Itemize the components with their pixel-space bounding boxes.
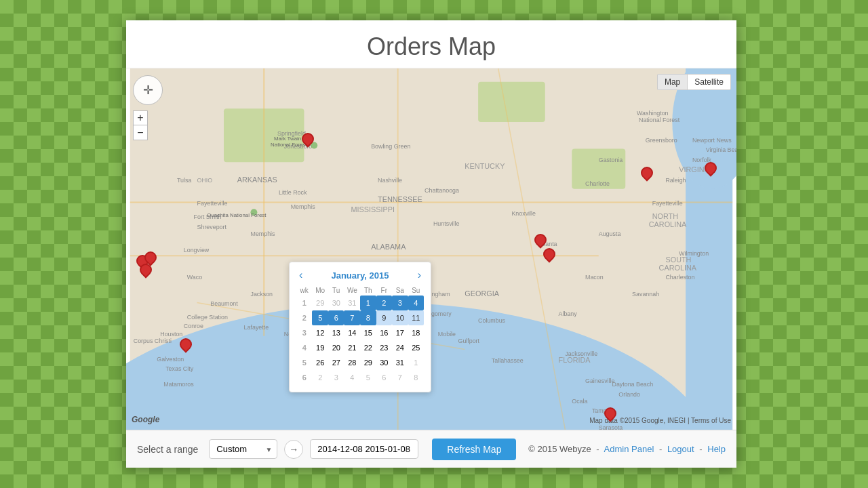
svg-text:Raleigh: Raleigh — [665, 177, 686, 184]
svg-text:Galveston: Galveston — [157, 356, 184, 363]
help-link[interactable]: Help — [707, 444, 726, 454]
map-type-satellite-btn[interactable]: Satellite — [687, 75, 730, 89]
admin-panel-link[interactable]: Admin Panel — [604, 444, 654, 454]
cal-day-6-4: 5 — [360, 370, 376, 385]
svg-text:KENTUCKY: KENTUCKY — [465, 162, 505, 170]
range-select[interactable]: CustomTodayThis WeekThis MonthLast Month — [209, 439, 277, 459]
map-pin-springfield[interactable] — [302, 133, 314, 149]
cal-day-4-2[interactable]: 20 — [328, 340, 344, 355]
cal-day-3-6[interactable]: 17 — [392, 325, 408, 340]
svg-text:MISSISSIPPI: MISSISSIPPI — [351, 205, 395, 214]
zoom-in-btn[interactable]: + — [133, 110, 148, 125]
cal-day-5-6[interactable]: 31 — [392, 355, 408, 370]
calendar-body: 1293031123425678910113121314151617184192… — [296, 296, 424, 385]
calendar-grid: wk Mo Tu We Th Fr Sa Su 1293031123425678… — [296, 285, 424, 385]
cal-day-3-2[interactable]: 13 — [328, 325, 344, 340]
svg-text:SOUTH: SOUTH — [665, 256, 691, 264]
cal-day-5-3[interactable]: 28 — [344, 355, 360, 370]
cal-day-3-5[interactable]: 16 — [376, 325, 392, 340]
map-pin-florida[interactable] — [604, 407, 616, 424]
cal-day-1-7[interactable]: 4 — [408, 296, 425, 310]
svg-text:Memphis: Memphis — [291, 203, 316, 210]
cal-day-2-7[interactable]: 11 — [408, 310, 425, 325]
cal-day-1-5[interactable]: 2 — [376, 296, 392, 310]
map-pin-virginia-beach[interactable] — [705, 162, 717, 178]
svg-text:Gulfport: Gulfport — [458, 338, 479, 344]
zoom-controls: + − — [133, 110, 148, 140]
zoom-out-btn[interactable]: − — [133, 125, 148, 140]
cal-header-wk: wk — [296, 285, 312, 296]
svg-text:Beaumont: Beaumont — [210, 300, 238, 307]
cal-day-4-7[interactable]: 25 — [408, 340, 425, 355]
cal-day-2-3[interactable]: 7 — [344, 310, 360, 325]
google-logo: Google — [132, 415, 159, 424]
range-label: Select a range — [137, 444, 198, 455]
svg-text:Charleston: Charleston — [665, 274, 694, 281]
cal-day-2-1[interactable]: 5 — [312, 310, 328, 325]
svg-text:Washington: Washington — [637, 110, 669, 117]
cal-header-we: We — [344, 285, 360, 296]
cal-day-4-5[interactable]: 23 — [376, 340, 392, 355]
date-range-input[interactable] — [310, 439, 418, 459]
cal-day-2-6[interactable]: 10 — [392, 310, 408, 325]
cal-day-3-3[interactable]: 14 — [344, 325, 360, 340]
svg-text:Ouachita National Forest: Ouachita National Forest — [207, 212, 267, 218]
cal-next-btn[interactable]: › — [415, 269, 424, 281]
svg-text:Conroe: Conroe — [184, 323, 203, 329]
svg-text:Memphis: Memphis — [251, 230, 276, 237]
cal-day-4-3[interactable]: 21 — [344, 340, 360, 355]
cal-prev-btn[interactable]: ‹ — [296, 269, 305, 281]
svg-text:National Forest: National Forest — [639, 117, 680, 123]
cal-header-tu: Tu — [328, 285, 344, 296]
svg-rect-5 — [478, 82, 545, 122]
cal-day-1-4[interactable]: 1 — [360, 296, 376, 310]
cal-day-2-2[interactable]: 6 — [328, 310, 344, 325]
cal-day-4-1[interactable]: 19 — [312, 340, 328, 355]
svg-text:Corpus Christi: Corpus Christi — [134, 338, 172, 344]
cal-day-6-1: 2 — [312, 370, 328, 385]
map-type-buttons: Map Satellite — [657, 74, 731, 90]
cal-day-4-4[interactable]: 22 — [360, 340, 376, 355]
cal-day-5-4[interactable]: 29 — [360, 355, 376, 370]
cal-day-6-2: 3 — [328, 370, 344, 385]
range-arrow-btn[interactable]: → — [284, 440, 303, 459]
cal-day-1-6[interactable]: 3 — [392, 296, 408, 310]
cal-day-3-4[interactable]: 15 — [360, 325, 376, 340]
map-type-map-btn[interactable]: Map — [658, 75, 687, 89]
cal-day-2-5[interactable]: 9 — [376, 310, 392, 325]
cal-day-2-4[interactable]: 8 — [360, 310, 376, 325]
cal-day-5-1[interactable]: 26 — [312, 355, 328, 370]
svg-text:Orlando: Orlando — [618, 391, 640, 398]
svg-text:Columbus: Columbus — [478, 317, 506, 324]
map-nav-control[interactable]: ✛ — [133, 75, 163, 105]
calendar-header: ‹ January, 2015 › — [296, 269, 424, 281]
map-pin-atlanta-2[interactable] — [543, 248, 555, 264]
cal-header-sa: Sa — [392, 285, 408, 296]
cal-day-5-5[interactable]: 30 — [376, 355, 392, 370]
svg-text:Fayetteville: Fayetteville — [652, 200, 683, 207]
cal-day-1-2: 30 — [328, 296, 344, 310]
map-pin-dallas-3[interactable] — [140, 264, 152, 280]
map-pin-greensboro[interactable] — [641, 167, 653, 183]
svg-text:Jackson: Jackson — [251, 291, 273, 298]
svg-text:Houston: Houston — [160, 331, 182, 338]
map-pin-houston[interactable] — [180, 338, 192, 354]
cal-day-4-6[interactable]: 24 — [392, 340, 408, 355]
refresh-map-button[interactable]: Refresh Map — [432, 439, 516, 460]
cal-day-6-3: 4 — [344, 370, 360, 385]
svg-text:Daytona Beach: Daytona Beach — [612, 381, 654, 388]
cal-day-3-1[interactable]: 12 — [312, 325, 328, 340]
logout-link[interactable]: Logout — [667, 444, 694, 454]
nav-cross-icon: ✛ — [143, 83, 153, 98]
svg-text:NORTH: NORTH — [652, 212, 678, 220]
svg-text:Charlotte: Charlotte — [585, 180, 610, 187]
cal-day-3-7[interactable]: 18 — [408, 325, 425, 340]
svg-text:Gastonia: Gastonia — [599, 157, 623, 163]
svg-text:Tulsa: Tulsa — [177, 177, 191, 184]
svg-text:Huntsville: Huntsville — [433, 220, 460, 227]
svg-text:Matamoros: Matamoros — [163, 381, 194, 388]
cal-day-5-2[interactable]: 27 — [328, 355, 344, 370]
cal-day-1-1: 29 — [312, 296, 328, 310]
svg-text:Mobile: Mobile — [438, 331, 456, 338]
svg-text:GEORGIA: GEORGIA — [465, 289, 499, 298]
